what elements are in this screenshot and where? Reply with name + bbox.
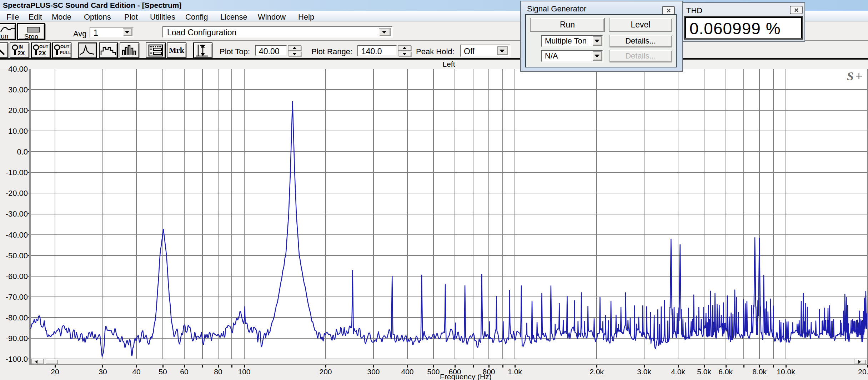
svg-text:2X: 2X bbox=[17, 50, 25, 57]
svg-text:OUT: OUT bbox=[60, 44, 70, 49]
svg-text:OUT: OUT bbox=[39, 44, 49, 49]
svg-text:2X: 2X bbox=[39, 50, 46, 57]
svg-text:IN: IN bbox=[19, 45, 23, 50]
svg-text:FULL: FULL bbox=[60, 50, 71, 55]
